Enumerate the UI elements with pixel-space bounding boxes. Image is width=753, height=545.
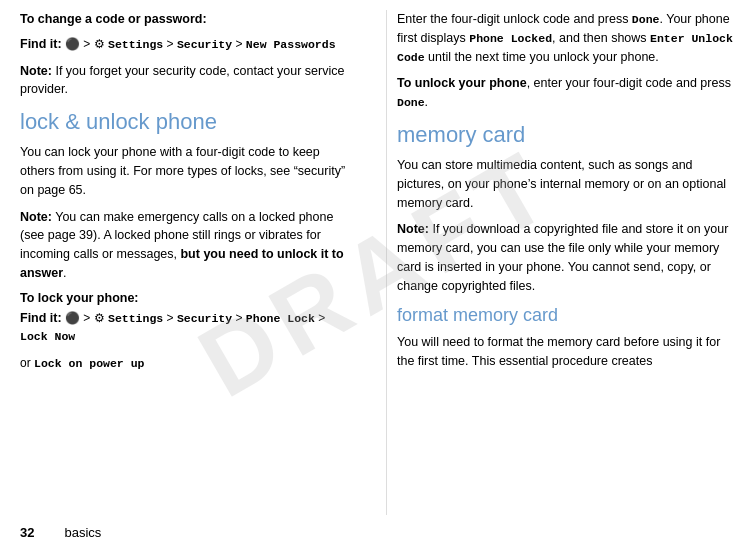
note-2: Note: You can make emergency calls on a … xyxy=(20,208,356,283)
find-it-icon-1: ⚫ > ⚙ xyxy=(65,37,108,51)
lock-unlock-heading: lock & unlock phone xyxy=(20,109,356,135)
find-it-security-1: Security xyxy=(177,38,232,51)
find-it-label-1: Find it: xyxy=(20,37,62,51)
or-word: or xyxy=(20,356,34,370)
to-unlock-bold: To unlock your phone xyxy=(397,76,527,90)
note-text-3: If you download a copyrighted file and s… xyxy=(397,222,728,292)
find-it-label-2: Find it: xyxy=(20,311,62,325)
done-1: Done xyxy=(632,13,660,26)
footer-label: basics xyxy=(64,525,101,540)
lock-unlock-body: You can lock your phone with a four-digi… xyxy=(20,143,356,199)
memory-card-heading: memory card xyxy=(397,122,733,148)
to-unlock-end: . xyxy=(425,95,428,109)
find-it2-security: Security xyxy=(177,312,232,325)
page-number: 32 xyxy=(20,525,34,540)
intro-bold: To change a code or password xyxy=(20,12,202,26)
find-it2-gt1: > xyxy=(167,311,177,325)
enter-unlock-body: Enter the four-digit unlock code and pre… xyxy=(397,10,733,66)
find-it2-gt2: > xyxy=(235,311,245,325)
note-label-3: Note: xyxy=(397,222,429,236)
find-it2-gt3: > xyxy=(318,311,325,325)
page-footer: 32 basics xyxy=(20,525,101,540)
right-column: Enter the four-digit unlock code and pre… xyxy=(386,10,733,515)
note-text-2-end: . xyxy=(63,266,66,280)
or-lock-power: or Lock on power up xyxy=(20,354,356,372)
find-it-1: Find it: ⚫ > ⚙ Settings > Security > New… xyxy=(20,35,356,54)
find-it2-icon: ⚫ > ⚙ xyxy=(65,311,108,325)
note-label-1: Note: xyxy=(20,64,52,78)
find-it2-phonelock: Phone Lock xyxy=(246,312,315,325)
left-column: To change a code or password: Find it: ⚫… xyxy=(20,10,366,515)
phone-locked: Phone Locked xyxy=(469,32,552,45)
page-container: DRAFT To change a code or password: Find… xyxy=(0,0,753,545)
note-label-2: Note: xyxy=(20,210,52,224)
memory-card-body: You can store multimedia content, such a… xyxy=(397,156,733,212)
content-area: To change a code or password: Find it: ⚫… xyxy=(0,0,753,545)
to-unlock-text: , enter your four-digit code and press xyxy=(527,76,731,90)
note-1: Note: If you forget your security code, … xyxy=(20,62,356,100)
find-it2-locknow: Lock Now xyxy=(20,330,75,343)
to-lock-label: To lock your phone: xyxy=(20,291,356,305)
find-it-settings-1: Settings xyxy=(108,38,163,51)
intro-line: To change a code or password: xyxy=(20,10,356,29)
enter-unlock-text3: , and then shows xyxy=(552,31,650,45)
intro-colon: : xyxy=(202,12,206,26)
find-it-gt1: > xyxy=(167,37,177,51)
note-3: Note: If you download a copyrighted file… xyxy=(397,220,733,295)
done-2: Done xyxy=(397,96,425,109)
to-lock-colon: : xyxy=(134,291,138,305)
find-it-gt2: > xyxy=(235,37,245,51)
enter-unlock-text4: until the next time you unlock your phon… xyxy=(425,50,659,64)
find-it2-settings: Settings xyxy=(108,312,163,325)
to-unlock-body: To unlock your phone, enter your four-di… xyxy=(397,74,733,112)
lock-on-power: Lock on power up xyxy=(34,357,144,370)
format-memory-heading: format memory card xyxy=(397,305,733,327)
find-it-2: Find it: ⚫ > ⚙ Settings > Security > Pho… xyxy=(20,309,356,346)
enter-unlock-text1: Enter the four-digit unlock code and pre… xyxy=(397,12,632,26)
to-lock-text: To lock your phone xyxy=(20,291,134,305)
note-text-1: If you forget your security code, contac… xyxy=(20,64,344,97)
format-memory-body: You will need to format the memory card … xyxy=(397,333,733,371)
find-it-end-1: New Passwords xyxy=(246,38,336,51)
